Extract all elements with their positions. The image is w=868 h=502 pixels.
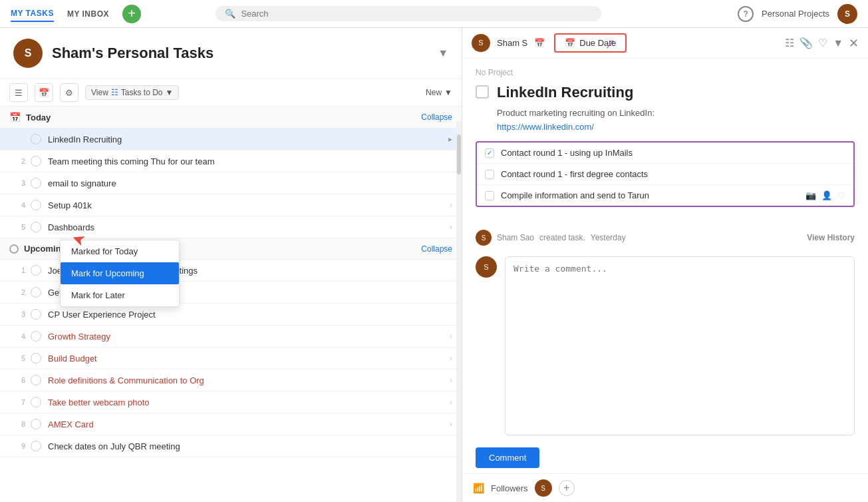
task-checkbox[interactable]: [31, 200, 41, 210]
task-number: 3: [9, 179, 25, 187]
subtask-row[interactable]: ✓ Contact round 1 - using up InMails: [477, 142, 853, 164]
personal-projects-label[interactable]: Personal Projects: [762, 9, 829, 19]
task-complete-checkbox[interactable]: [476, 85, 489, 99]
subtask-row[interactable]: Compile information and send to Tarun 📷 …: [477, 185, 853, 206]
subtasks-container: ✓ Contact round 1 - using up InMails Con…: [476, 141, 855, 207]
task-name: AMEX Card: [48, 419, 450, 429]
new-chevron-icon: ▼: [444, 88, 452, 97]
task-checkbox[interactable]: [31, 353, 41, 364]
add-task-button[interactable]: +: [122, 5, 141, 23]
task-row[interactable]: 8 AMEX Card ›: [0, 413, 462, 435]
task-owner-avatar: S: [472, 34, 490, 53]
collapse-today-button[interactable]: Collapse: [421, 113, 452, 122]
calendar-date-icon[interactable]: 📅: [534, 38, 545, 48]
subtask-user-icon[interactable]: 👤: [821, 190, 832, 200]
calendar-icon: 📅: [9, 112, 21, 123]
subtask-image-icon[interactable]: 📷: [805, 190, 816, 200]
task-row[interactable]: LinkedIn Recruiting ▸: [0, 128, 462, 150]
task-row[interactable]: 4 Growth Strategy ›: [0, 326, 462, 348]
task-name: Setup 401k: [48, 200, 450, 210]
add-follower-button[interactable]: +: [559, 480, 575, 496]
comment-button[interactable]: Comment: [476, 447, 539, 468]
subtask-checkbox[interactable]: [485, 191, 494, 200]
view-filter-dropdown[interactable]: View ☷ Tasks to Do ▼: [85, 85, 179, 100]
task-link[interactable]: https://www.linkedin.com/: [476, 122, 855, 132]
task-checkbox[interactable]: [31, 419, 41, 429]
task-row[interactable]: 5 Build Budget ›: [0, 348, 462, 370]
subtask-checkbox[interactable]: [485, 170, 494, 179]
task-row[interactable]: 4 Setup 401k ›: [0, 194, 462, 216]
chevron-right-icon: ›: [450, 332, 452, 341]
right-panel: ↑ S Sham S 📅 📅 Due Date ☷ 📎 ♡ ▼ ✕ No Pro…: [462, 28, 868, 502]
task-checkbox[interactable]: [31, 287, 41, 298]
close-button[interactable]: ✕: [849, 36, 859, 51]
chevron-down-icon[interactable]: ▼: [438, 47, 448, 59]
followers-label: Followers: [491, 483, 528, 493]
task-row[interactable]: 5 Dashboards ›: [0, 216, 462, 238]
subtask-checkbox[interactable]: ✓: [485, 148, 494, 158]
task-row[interactable]: 2 Team meeting this coming Thu for our t…: [0, 150, 462, 172]
task-checkbox[interactable]: [31, 178, 41, 188]
grid-view-icon[interactable]: ⚙: [60, 83, 78, 102]
task-row[interactable]: 9 Check dates on July QBR meeting: [0, 435, 462, 457]
due-date-icon: 📅: [565, 38, 575, 48]
subtask-row[interactable]: Contact round 1 - first degree contacts: [477, 164, 853, 185]
subtask-name: Compile information and send to Tarun: [501, 190, 799, 200]
task-checkbox[interactable]: [31, 397, 41, 407]
task-checkbox[interactable]: [31, 134, 41, 144]
top-nav: MY TASKS MY INBOX + 🔍 ? Personal Project…: [0, 0, 868, 28]
activity-avatar: S: [476, 230, 492, 246]
task-title-row: LinkedIn Recruiting: [476, 84, 855, 101]
chevron-right-icon: ›: [450, 419, 452, 429]
activity-time: Yesterday: [591, 233, 626, 242]
help-button[interactable]: ?: [738, 6, 754, 22]
task-number: 6: [9, 376, 25, 384]
search-input[interactable]: [241, 9, 592, 19]
task-number: 5: [9, 223, 25, 231]
follower-avatar[interactable]: S: [535, 479, 552, 497]
task-checkbox[interactable]: [31, 265, 41, 276]
attachment-icon[interactable]: 📎: [799, 37, 813, 49]
task-checkbox[interactable]: [31, 156, 41, 166]
list-view-icon[interactable]: ☰: [9, 83, 28, 102]
task-checkbox[interactable]: [31, 375, 41, 385]
avatar[interactable]: S: [837, 4, 857, 24]
task-name: Team meeting this coming Thu for our tea…: [48, 156, 452, 166]
comment-input[interactable]: [505, 256, 855, 435]
task-list-icon[interactable]: ☷: [785, 37, 794, 49]
subtask-action-icons: 📷 👤 ♡: [805, 190, 845, 200]
comment-area: S: [462, 250, 868, 442]
avatar-large: S: [13, 39, 43, 68]
more-dropdown-icon[interactable]: ▼: [833, 37, 843, 49]
heart-icon[interactable]: ♡: [818, 37, 827, 49]
mark-for-later-item[interactable]: Mark for Later: [61, 284, 179, 306]
section-today: 📅 Today Collapse: [0, 107, 462, 128]
task-name: Role definitions & Communication to Org: [48, 376, 450, 385]
collapse-upcoming-button[interactable]: Collapse: [421, 244, 452, 254]
task-description: Product marketing recruiting on LinkedIn…: [476, 108, 855, 118]
task-row[interactable]: 6 Role definitions & Communication to Or…: [0, 370, 462, 391]
view-history-button[interactable]: View History: [807, 233, 855, 242]
mark-for-upcoming-item[interactable]: Mark for Upcoming: [61, 262, 179, 284]
task-checkbox[interactable]: [31, 309, 41, 320]
task-checkbox[interactable]: [31, 441, 41, 451]
calendar-view-icon[interactable]: 📅: [35, 83, 53, 102]
tab-my-inbox[interactable]: MY INBOX: [67, 7, 109, 21]
scroll-thumb[interactable]: [457, 134, 461, 174]
tab-my-tasks[interactable]: MY TASKS: [11, 6, 54, 22]
view-bar: ☰ 📅 ⚙ View ☷ Tasks to Do ▼ New ▼: [0, 79, 462, 107]
task-checkbox[interactable]: [31, 331, 41, 342]
task-row[interactable]: 3 email to signature: [0, 172, 462, 194]
activity-action: created task.: [539, 233, 585, 242]
view-filter-text: Tasks to Do: [121, 88, 163, 97]
context-menu: Marked for Today Mark for Upcoming Mark …: [60, 240, 180, 307]
subtask-heart-icon[interactable]: ♡: [837, 190, 845, 200]
search-icon: 🔍: [225, 9, 235, 19]
task-checkbox[interactable]: [31, 222, 41, 232]
new-button[interactable]: New ▼: [426, 88, 452, 97]
task-expand-icon[interactable]: ▸: [448, 134, 452, 144]
scrollbar[interactable]: [456, 121, 462, 502]
task-owner-name: Sham S: [497, 38, 527, 48]
task-row[interactable]: 7 Take better webcam photo ›: [0, 391, 462, 413]
task-number: 1: [9, 266, 25, 274]
